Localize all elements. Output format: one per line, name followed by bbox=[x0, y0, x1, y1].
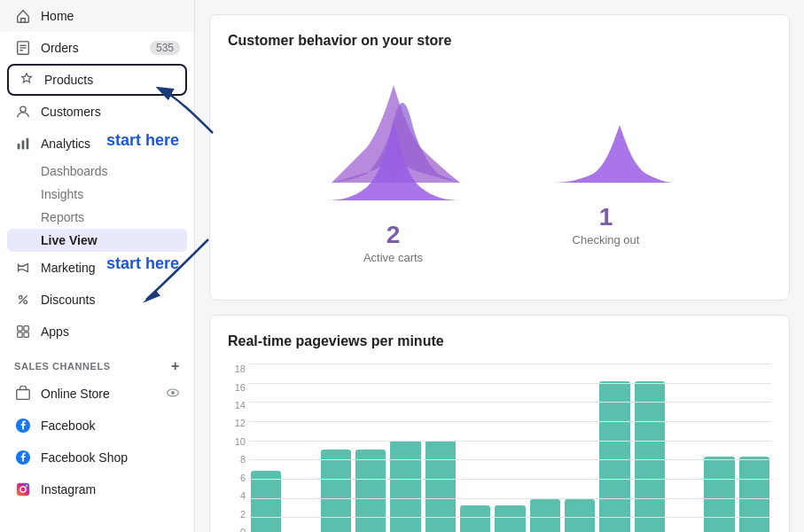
sidebar-sub-live-view-label: Live View bbox=[41, 233, 98, 247]
active-carts-count: 2 bbox=[386, 221, 401, 249]
sidebar-item-products-label: Products bbox=[44, 73, 93, 87]
svg-rect-11 bbox=[18, 326, 22, 331]
bar-item bbox=[739, 457, 769, 532]
sidebar-item-analytics-label: Analytics bbox=[41, 137, 90, 151]
behavior-chart: 2 Active carts 1 Checking out bbox=[228, 63, 771, 282]
pageviews-card: Real-time pageviews per minute 0 2 4 6 8… bbox=[209, 315, 790, 532]
marketing-icon bbox=[14, 259, 32, 277]
sidebar-item-online-store[interactable]: Online Store bbox=[0, 378, 194, 410]
sidebar-sub-item-dashboards[interactable]: Dashboards bbox=[0, 160, 194, 183]
sidebar-item-apps[interactable]: Apps bbox=[0, 316, 194, 348]
orders-badge: 535 bbox=[150, 41, 180, 55]
sidebar-item-discounts[interactable]: Discounts bbox=[0, 284, 194, 316]
apps-icon bbox=[14, 323, 32, 340]
bar-item bbox=[495, 505, 525, 532]
pageviews-title: Real-time pageviews per minute bbox=[228, 333, 771, 349]
sidebar-item-home[interactable]: Home bbox=[0, 0, 194, 32]
bar-item bbox=[704, 457, 734, 532]
sidebar-item-orders[interactable]: Orders 535 bbox=[0, 32, 194, 64]
svg-line-10 bbox=[20, 296, 27, 304]
sidebar-item-facebook-shop-label: Facebook Shop bbox=[41, 450, 128, 465]
svg-point-9 bbox=[24, 301, 27, 304]
checking-out-label: Checking out bbox=[573, 233, 640, 246]
bar-item bbox=[565, 499, 595, 532]
svg-rect-20 bbox=[17, 483, 29, 496]
bar-item bbox=[321, 450, 351, 532]
bar-item bbox=[635, 381, 665, 532]
sidebar-sub-insights-label: Insights bbox=[41, 187, 83, 201]
sidebar-item-facebook[interactable]: Facebook bbox=[0, 410, 194, 442]
products-icon bbox=[18, 71, 35, 89]
sidebar-item-online-store-label: Online Store bbox=[41, 387, 110, 401]
svg-rect-6 bbox=[22, 140, 25, 149]
sidebar-item-instagram-label: Instagram bbox=[41, 482, 96, 497]
active-carts-label: Active carts bbox=[363, 251, 423, 264]
sidebar-item-facebook-label: Facebook bbox=[41, 419, 95, 433]
sidebar-item-instagram[interactable]: Instagram bbox=[0, 473, 194, 505]
sidebar-sub-dashboards-label: Dashboards bbox=[41, 164, 108, 178]
y-axis-labels: 0 2 4 6 8 10 12 14 16 18 bbox=[228, 364, 249, 532]
active-carts-col: 2 Active carts bbox=[323, 72, 464, 264]
sidebar-sub-reports-label: Reports bbox=[41, 210, 84, 224]
svg-rect-13 bbox=[18, 332, 22, 337]
online-store-icon bbox=[14, 385, 32, 403]
bar-item bbox=[460, 505, 490, 532]
checking-out-col: 1 Checking out bbox=[535, 72, 677, 264]
sidebar-item-products[interactable]: Products bbox=[7, 64, 187, 96]
home-icon bbox=[14, 7, 32, 25]
svg-rect-5 bbox=[18, 144, 20, 149]
sidebar-item-marketing[interactable]: Marketing bbox=[0, 252, 194, 284]
checking-out-bell bbox=[535, 72, 677, 196]
sidebar-sub-item-insights[interactable]: Insights bbox=[0, 183, 194, 206]
sidebar-sub-item-live-view[interactable]: Live View bbox=[7, 229, 187, 252]
svg-rect-15 bbox=[17, 390, 29, 400]
sidebar-item-orders-label: Orders bbox=[41, 41, 79, 55]
behavior-chart-title: Customer behavior on your store bbox=[228, 33, 771, 49]
sidebar: Home Orders 535 Products Customers Analy… bbox=[0, 0, 195, 532]
facebook-icon bbox=[14, 417, 32, 434]
sidebar-item-customers[interactable]: Customers bbox=[0, 96, 194, 128]
sidebar-item-home-label: Home bbox=[41, 9, 74, 23]
bar-chart-area: 10 min ago bbox=[249, 364, 771, 532]
bar-item bbox=[251, 471, 281, 532]
sidebar-sub-item-reports[interactable]: Reports bbox=[0, 206, 194, 229]
sidebar-item-discounts-label: Discounts bbox=[41, 293, 95, 307]
svg-point-8 bbox=[20, 296, 23, 300]
facebook-shop-icon bbox=[14, 449, 32, 466]
bar-item bbox=[425, 441, 456, 532]
main-content: Customer behavior on your store 2 Active… bbox=[195, 0, 804, 532]
checking-out-count: 1 bbox=[599, 203, 613, 231]
svg-point-22 bbox=[26, 485, 27, 487]
bar-item bbox=[599, 381, 629, 532]
customer-behavior-card: Customer behavior on your store 2 Active… bbox=[209, 14, 790, 301]
customers-icon bbox=[14, 103, 32, 121]
svg-rect-7 bbox=[27, 138, 29, 150]
sidebar-item-customers-label: Customers bbox=[41, 105, 101, 119]
discounts-icon bbox=[14, 291, 32, 309]
svg-rect-12 bbox=[24, 326, 28, 331]
add-sales-channel-icon[interactable]: + bbox=[171, 358, 180, 374]
sidebar-item-facebook-shop[interactable]: Facebook Shop bbox=[0, 442, 194, 473]
bar-item bbox=[390, 441, 420, 532]
svg-point-17 bbox=[171, 391, 175, 395]
online-store-view-icon[interactable] bbox=[166, 386, 180, 403]
instagram-icon bbox=[14, 481, 32, 498]
sales-channels-section: SALES CHANNELS + bbox=[0, 348, 194, 378]
analytics-icon bbox=[14, 135, 32, 153]
bar-item bbox=[530, 499, 560, 532]
active-carts-bell-clean bbox=[323, 90, 464, 214]
svg-rect-14 bbox=[24, 332, 28, 337]
orders-icon bbox=[14, 39, 32, 57]
sidebar-item-analytics[interactable]: Analytics bbox=[0, 128, 194, 160]
svg-point-4 bbox=[20, 106, 26, 112]
sidebar-item-marketing-label: Marketing bbox=[41, 261, 95, 275]
bar-item bbox=[355, 450, 386, 532]
sales-channels-label: SALES CHANNELS bbox=[14, 361, 111, 372]
sidebar-item-apps-label: Apps bbox=[41, 325, 69, 339]
bars-container bbox=[249, 364, 771, 532]
